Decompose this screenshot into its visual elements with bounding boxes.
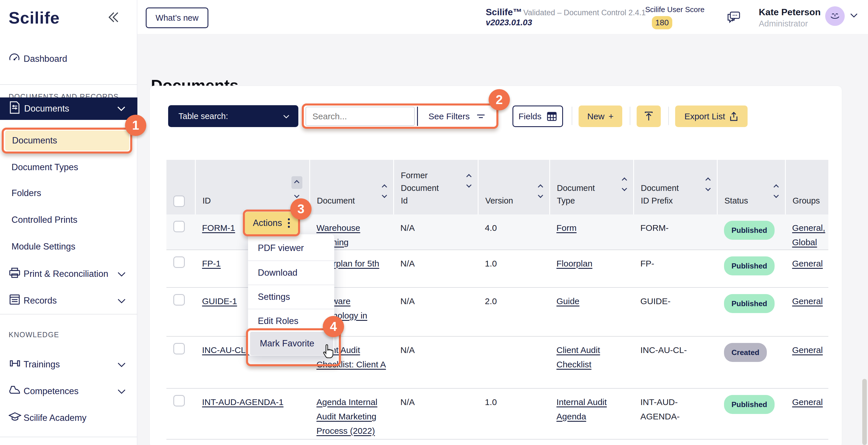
row-checkbox[interactable] — [173, 343, 185, 354]
upload-icon — [644, 111, 654, 122]
table-search-select[interactable]: Table search: — [168, 105, 298, 127]
whats-new-label: What’s new — [155, 13, 198, 23]
document-link[interactable]: Agenda Internal Audit Marketing Process … — [316, 397, 377, 436]
sidebar-item-records[interactable]: Records — [0, 292, 137, 310]
sidebar-item-document-types[interactable]: Document Types — [0, 159, 137, 176]
document-id-link[interactable]: FP-1 — [202, 259, 221, 268]
row-checkbox[interactable] — [173, 221, 185, 232]
column-header-document-id-prefix[interactable]: Document ID Prefix — [633, 160, 717, 214]
user-menu-chevron[interactable] — [849, 13, 858, 20]
former-id-value: N/A — [400, 259, 415, 268]
table-header-row: ID Document Former Document Id — [166, 160, 828, 214]
column-header-document-type[interactable]: Document Type — [550, 160, 633, 214]
sidebar-divider — [0, 437, 137, 437]
menu-item-settings[interactable]: Settings — [248, 285, 334, 309]
whats-new-button[interactable]: What’s new — [146, 7, 208, 28]
status-badge: Published — [724, 257, 775, 275]
feedback-chat-button[interactable] — [726, 10, 742, 26]
sort-asc-icon[interactable] — [538, 184, 543, 189]
annotation-badge-2: 2 — [489, 89, 510, 110]
column-header-former-document-id[interactable]: Former Document Id — [394, 160, 478, 214]
sidebar-item-folders[interactable]: Folders — [0, 184, 137, 202]
sidebar-item-documents-parent[interactable]: Documents — [0, 97, 137, 120]
document-id-link[interactable]: INT-AUD-AGENDA-1 — [202, 397, 283, 407]
vertical-scrollbar[interactable] — [862, 379, 867, 445]
column-header-groups[interactable]: Groups — [785, 160, 828, 214]
prefix-value: INT-AUD-AGENDA- — [640, 395, 695, 424]
sort-desc-icon[interactable] — [294, 192, 299, 198]
sort-asc-icon[interactable] — [773, 184, 779, 189]
sort-asc-icon[interactable] — [705, 177, 711, 182]
column-header-version[interactable]: Version — [478, 160, 550, 214]
group-link[interactable]: General — [792, 296, 823, 306]
sort-asc-active-icon[interactable] — [291, 176, 302, 189]
document-id-link[interactable]: INC-AU-CL-1 — [202, 345, 253, 355]
export-list-button[interactable]: Export List — [675, 106, 748, 127]
sidebar-item-module-settings[interactable]: Module Settings — [0, 238, 137, 255]
row-checkbox[interactable] — [173, 294, 185, 305]
user-score-badge: 180 — [652, 16, 672, 29]
sidebar-item-controlled-prints[interactable]: Controlled Prints — [0, 211, 137, 229]
group-link[interactable]: General, — [792, 221, 828, 235]
scilife-logo: Scilife — [9, 8, 60, 27]
group-link[interactable]: General — [792, 397, 823, 407]
sort-desc-icon[interactable] — [466, 182, 471, 187]
sidebar-item-label: Controlled Prints — [11, 215, 77, 225]
group-link[interactable]: General — [792, 259, 823, 268]
document-icon — [9, 101, 21, 116]
sidebar-item-dashboard[interactable]: Dashboard — [0, 50, 137, 68]
fields-button[interactable]: Fields — [513, 106, 563, 127]
prefix-value: FP- — [640, 259, 654, 268]
select-all-checkbox[interactable] — [173, 196, 185, 207]
row-checkbox[interactable] — [173, 395, 185, 407]
document-type-link[interactable]: Form — [556, 223, 577, 233]
chevron-down-icon — [117, 296, 126, 306]
former-id-value: N/A — [400, 397, 415, 407]
group-link[interactable]: Global — [792, 235, 828, 249]
sidebar-item-trainings[interactable]: Trainings — [0, 355, 137, 374]
document-id-link[interactable]: FORM-1 — [202, 223, 235, 233]
prefix-value: FORM- — [640, 223, 669, 233]
table-row[interactable]: INT-AUD-AGENDA-1 Agenda Internal Audit M… — [166, 388, 828, 439]
table-row[interactable]: INT-AUD-AGENDA-2 Agenda Internal Audit N… — [166, 439, 828, 445]
upload-button[interactable] — [637, 106, 661, 127]
column-label: Former Document Id — [401, 169, 444, 207]
sidebar-collapse-button[interactable] — [107, 10, 122, 26]
document-type-link[interactable]: Client Audit Checklist — [556, 345, 600, 369]
menu-item-pdf-viewer[interactable]: PDF viewer — [248, 236, 334, 260]
sort-desc-icon[interactable] — [705, 186, 711, 191]
sort-asc-icon[interactable] — [466, 174, 471, 179]
sidebar-item-label: Document Types — [11, 162, 78, 173]
sort-desc-icon[interactable] — [773, 192, 779, 198]
column-header-document[interactable]: Document — [310, 160, 394, 214]
new-label: New — [587, 112, 604, 121]
annotation-badge-1: 1 — [125, 115, 146, 136]
sort-desc-icon[interactable] — [622, 186, 627, 191]
row-checkbox[interactable] — [173, 257, 185, 268]
menu-item-download[interactable]: Download — [248, 261, 334, 285]
document-type-link[interactable]: Internal Audit Agenda — [556, 397, 607, 421]
document-type-link[interactable]: Floorplan — [556, 259, 592, 268]
chevron-down-icon — [849, 13, 858, 19]
sort-asc-icon[interactable] — [382, 184, 387, 189]
table-search-label: Table search: — [179, 112, 228, 121]
document-type-link[interactable]: Guide — [556, 296, 580, 306]
column-header-status[interactable]: Status — [717, 160, 785, 214]
sort-desc-icon[interactable] — [538, 192, 543, 198]
avatar[interactable] — [825, 6, 845, 26]
chevron-down-icon — [117, 269, 126, 279]
new-button[interactable]: New + — [579, 106, 622, 127]
status-badge: Published — [724, 395, 775, 414]
sidebar-divider — [0, 84, 137, 85]
sidebar-item-print-reconciliation[interactable]: Print & Reconciliation — [0, 265, 137, 283]
sidebar-item-scilife-academy[interactable]: Scilife Academy — [0, 409, 137, 427]
group-link[interactable]: General — [792, 345, 823, 355]
sort-desc-icon[interactable] — [382, 192, 387, 198]
document-id-link[interactable]: GUIDE-1 — [202, 296, 237, 306]
sort-asc-icon[interactable] — [622, 177, 627, 182]
sidebar-item-label: Scilife Academy — [24, 413, 87, 423]
app-window: Scilife Dashboard DOCUMENTS AND RECORDS … — [0, 0, 868, 445]
plus-icon: + — [609, 112, 614, 121]
fields-label: Fields — [519, 112, 541, 121]
sidebar-item-competences[interactable]: Competences — [0, 382, 137, 400]
